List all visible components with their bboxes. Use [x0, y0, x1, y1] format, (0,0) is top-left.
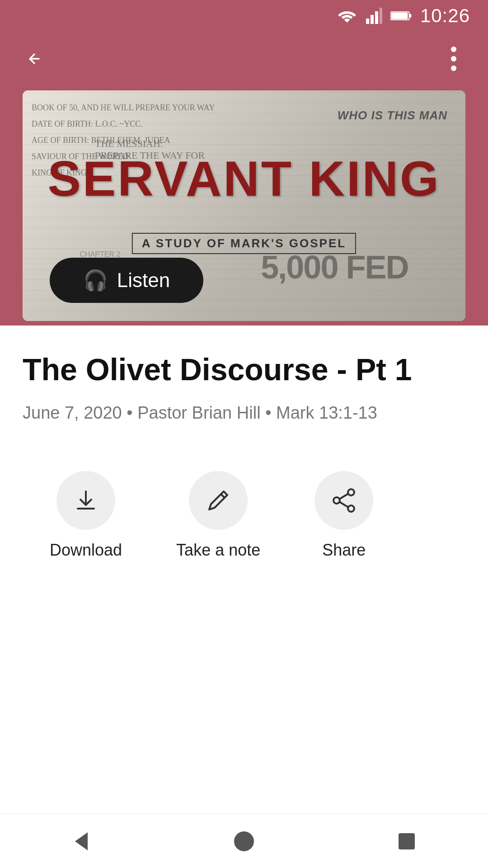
- listen-label: Listen: [117, 269, 170, 292]
- svg-rect-5: [409, 14, 411, 18]
- take-note-label: Take a note: [176, 541, 260, 560]
- nav-recent-button[interactable]: [389, 823, 425, 859]
- hero-top-right-text: WHO IS THIS MAN: [338, 108, 447, 123]
- nav-back-icon: [70, 830, 93, 853]
- note-icon: [205, 487, 232, 514]
- nav-home-icon: [232, 830, 256, 853]
- share-label: Share: [322, 541, 366, 560]
- download-circle: [56, 471, 115, 530]
- svg-rect-2: [375, 11, 378, 24]
- svg-point-11: [348, 505, 354, 512]
- share-icon: [330, 487, 357, 514]
- svg-rect-0: [366, 19, 369, 24]
- sermon-title: The Olivet Discourse - Pt 1: [23, 353, 465, 387]
- status-icons: 10:26: [336, 5, 470, 27]
- battery-icon: [390, 10, 412, 22]
- nav-recent-icon: [397, 831, 417, 851]
- hero-image: WHO IS THIS MAN BOOK OF 50, AND HE WILL …: [23, 90, 465, 321]
- share-action[interactable]: Share: [314, 471, 373, 560]
- svg-marker-13: [75, 832, 88, 850]
- svg-rect-6: [391, 13, 408, 19]
- more-icon: [450, 46, 457, 71]
- actions-row: Download Take a note Share: [23, 462, 465, 569]
- download-label: Download: [50, 541, 122, 560]
- take-note-action[interactable]: Take a note: [176, 471, 260, 560]
- download-icon: [72, 487, 99, 514]
- back-arrow-icon: [23, 47, 46, 71]
- svg-point-14: [234, 831, 254, 851]
- nav-home-button[interactable]: [226, 823, 262, 859]
- signal-icon: [366, 8, 382, 24]
- svg-rect-1: [371, 15, 374, 24]
- svg-point-12: [333, 497, 340, 504]
- nav-back-button[interactable]: [63, 823, 99, 859]
- hero-title: SERVANT KING: [23, 154, 465, 203]
- download-action[interactable]: Download: [50, 471, 122, 560]
- svg-rect-3: [380, 8, 382, 24]
- status-bar: 10:26: [0, 0, 488, 32]
- share-circle: [314, 471, 373, 530]
- hero-container: WHO IS THIS MAN BOOK OF 50, AND HE WILL …: [0, 86, 488, 326]
- headphone-icon: 🎧: [83, 269, 108, 292]
- listen-button[interactable]: 🎧 Listen: [50, 258, 203, 303]
- back-button[interactable]: [18, 42, 51, 75]
- content-area: The Olivet Discourse - Pt 1 June 7, 2020…: [0, 326, 488, 569]
- wifi-icon: [336, 8, 358, 24]
- app-bar: [0, 32, 488, 86]
- svg-point-9: [451, 66, 456, 71]
- svg-point-10: [348, 489, 354, 495]
- take-note-circle: [189, 471, 248, 530]
- svg-point-7: [451, 47, 456, 52]
- nav-bar: [0, 814, 488, 868]
- sermon-meta: June 7, 2020 • Pastor Brian Hill • Mark …: [23, 400, 465, 426]
- more-button[interactable]: [437, 42, 470, 75]
- svg-point-8: [451, 56, 456, 61]
- status-time: 10:26: [420, 5, 470, 27]
- svg-rect-15: [399, 833, 415, 849]
